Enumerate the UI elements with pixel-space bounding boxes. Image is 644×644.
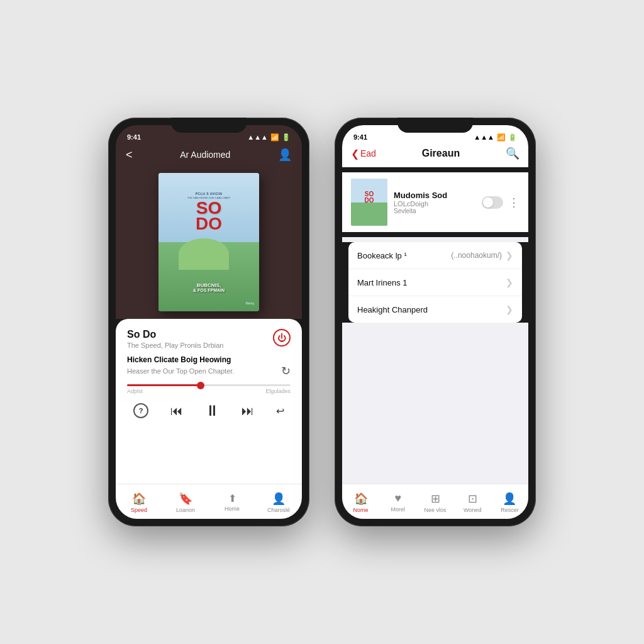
repeat-icon[interactable]: ↻ xyxy=(281,364,291,378)
menu-right-bookeack: (..noohaokum/) ❯ xyxy=(451,250,513,260)
shuffle-button[interactable]: ↩ xyxy=(276,405,284,417)
tab-loanon-label: Loanon xyxy=(176,507,195,513)
player-panel: ⏻ So Do The Speed, Play Proniis Drbian H… xyxy=(116,319,302,484)
chapter-sub-text: Heaser the Our Top Open Chapter. xyxy=(127,367,234,375)
tab-nee-vlos[interactable]: ⊞ Nee vlos xyxy=(416,492,453,513)
tab-morel-label: Morel xyxy=(391,506,406,513)
book-info-author: LOLcDoigh xyxy=(394,200,475,208)
thumb-ground xyxy=(351,203,387,226)
book-small-text: PCLU S AVICIN xyxy=(158,192,259,196)
book-hill xyxy=(179,238,229,270)
menu-right-heakight: ❯ xyxy=(506,304,513,314)
more-options-button[interactable]: ⋮ xyxy=(508,196,519,209)
tab-speed-label: Speed xyxy=(131,507,147,513)
progress-track[interactable] xyxy=(127,384,291,386)
battery-icon-left: 🔋 xyxy=(282,133,291,142)
power-button[interactable]: ⏻ xyxy=(273,329,291,347)
tab-morel-icon: ♥ xyxy=(394,492,401,505)
tab-rescer-label: Rescer xyxy=(501,507,519,513)
playback-controls: ? ⏮ ⏸ ⏭ ↩ xyxy=(127,397,291,422)
tab-charoslé-label: Charoslé xyxy=(267,507,290,513)
tab-rescer-icon: 👤 xyxy=(502,492,516,506)
progress-labels: Adplst Elgulades xyxy=(127,388,291,394)
thumb-text: SODO xyxy=(351,191,387,204)
menu-chevron-bookeack: ❯ xyxy=(506,250,513,260)
tab-speed-icon: 🏠 xyxy=(132,492,146,506)
player-chapter-title: Hicken Clicate Boig Heowing xyxy=(127,355,291,364)
status-icons-left: ▲▲▲ 📶 🔋 xyxy=(247,133,291,142)
time-right: 9:41 xyxy=(353,133,367,141)
right-phone: 9:41 ▲▲▲ 📶 🔋 ❮ Ead Gireaun 🔍 SODO xyxy=(335,118,536,526)
tab-speed[interactable]: 🏠 Speed xyxy=(116,492,162,513)
rewind-button[interactable]: ⏮ xyxy=(170,404,183,418)
tab-home-left[interactable]: ⬆ Home xyxy=(209,492,255,512)
notch-right xyxy=(397,118,473,133)
right-header: ❮ Ead Gireaun 🔍 xyxy=(342,144,528,167)
book-author: Maing xyxy=(245,301,254,305)
tab-home-icon-left: ⬆ xyxy=(228,492,236,504)
tab-nee-vlos-label: Nee vlos xyxy=(425,507,447,513)
left-phone: 9:41 ▲▲▲ 📶 🔋 < Ar Audiomed 👤 xyxy=(108,118,309,526)
progress-left-label: Adplst xyxy=(127,388,143,394)
tab-nome-label: Nome xyxy=(353,507,369,513)
wifi-icon-right: 📶 xyxy=(497,133,506,142)
book-bottom-line1: BUBCNIS, xyxy=(158,282,259,288)
back-button-left[interactable]: < xyxy=(126,148,133,162)
fast-forward-button[interactable]: ⏭ xyxy=(242,404,254,418)
menu-chevron-heakight: ❯ xyxy=(506,304,513,314)
wifi-icon-left: 📶 xyxy=(270,133,279,142)
book-cover-area: PCLU S AVICIN THE IVAN RIONIK DOR CAALLI… xyxy=(116,168,302,319)
menu-label-heakight: Heakight Chanperd xyxy=(357,305,428,314)
tab-woned-label: Woned xyxy=(464,507,481,513)
tab-charoslé-icon: 👤 xyxy=(272,492,286,506)
toggle-switch[interactable] xyxy=(482,196,503,209)
menu-label-bookeack: Bookeack lp ¹ xyxy=(357,251,407,260)
progress-thumb[interactable] xyxy=(197,382,204,389)
tab-woned-icon: ⊡ xyxy=(468,492,477,506)
tab-loanon-icon: 🔖 xyxy=(179,492,192,506)
menu-item-heakight[interactable]: Heakight Chanperd ❯ xyxy=(348,296,522,323)
tab-morel[interactable]: ♥ Morel xyxy=(379,492,416,513)
left-header-title: Ar Audiomed xyxy=(180,150,230,160)
bottom-tab-bar-right: 🏠 Nome ♥ Morel ⊞ Nee vlos ⊡ Woned 👤 Resc… xyxy=(342,484,528,519)
player-chapter-sub: Heaser the Our Top Open Chapter. ↻ xyxy=(127,364,291,378)
progress-area[interactable]: Adplst Elgulades xyxy=(127,384,291,394)
menu-label-mart: Mart Irinens 1 xyxy=(357,278,407,287)
progress-fill xyxy=(127,384,201,386)
bottom-tab-bar-left: 🏠 Speed 🔖 Loanon ⬆ Home 👤 Charoslé xyxy=(116,484,302,519)
book-info: Mudomis Sod LOLcDoigh Sevleita xyxy=(394,191,475,214)
time-left: 9:41 xyxy=(127,133,141,141)
tab-woned[interactable]: ⊡ Woned xyxy=(454,492,491,513)
menu-chevron-mart: ❯ xyxy=(506,277,513,287)
search-button-right[interactable]: 🔍 xyxy=(506,147,519,160)
player-subtitle: The Speed, Play Proniis Drbian xyxy=(127,341,291,349)
back-button-right[interactable]: ❮ Ead xyxy=(351,148,376,160)
tab-home-label-left: Home xyxy=(225,506,240,512)
battery-icon-right: 🔋 xyxy=(508,133,517,142)
book-bottom-line2: & FOS FPMAIN xyxy=(158,288,259,292)
menu-section: Bookeack lp ¹ (..noohaokum/) ❯ Mart Irin… xyxy=(348,242,522,323)
book-actions: ⋮ xyxy=(482,196,519,209)
chevron-left-icon: ❮ xyxy=(351,148,359,160)
menu-item-bookeack[interactable]: Bookeack lp ¹ (..noohaokum/) ❯ xyxy=(348,242,522,269)
right-header-title: Gireaun xyxy=(422,148,460,159)
menu-right-mart: ❯ xyxy=(506,277,513,287)
tab-nome[interactable]: 🏠 Nome xyxy=(342,492,379,513)
left-header: < Ar Audiomed 👤 xyxy=(116,144,302,168)
menu-item-mart[interactable]: Mart Irinens 1 ❯ xyxy=(348,269,522,296)
tab-charoslé[interactable]: 👤 Charoslé xyxy=(255,492,302,513)
pause-button[interactable]: ⏸ xyxy=(205,402,220,419)
divider-1 xyxy=(342,237,528,242)
speed-button[interactable]: ? xyxy=(133,403,148,418)
back-label-right: Ead xyxy=(360,148,376,158)
menu-value-bookeack: (..noohaokum/) xyxy=(451,251,502,260)
book-info-status: Sevleita xyxy=(394,208,475,214)
book-list-item: SODO Mudomis Sod LOLcDoigh Sevleita ⋮ xyxy=(342,172,528,232)
profile-icon-left[interactable]: 👤 xyxy=(278,148,292,162)
tab-loanon[interactable]: 🔖 Loanon xyxy=(162,492,209,513)
book-cover: PCLU S AVICIN THE IVAN RIONIK DOR CAALLI… xyxy=(158,173,259,311)
tab-rescer[interactable]: 👤 Rescer xyxy=(491,492,528,513)
signal-icon-right: ▲▲▲ xyxy=(474,133,494,141)
notch-left xyxy=(171,118,247,133)
tab-nee-vlos-icon: ⊞ xyxy=(431,492,440,506)
